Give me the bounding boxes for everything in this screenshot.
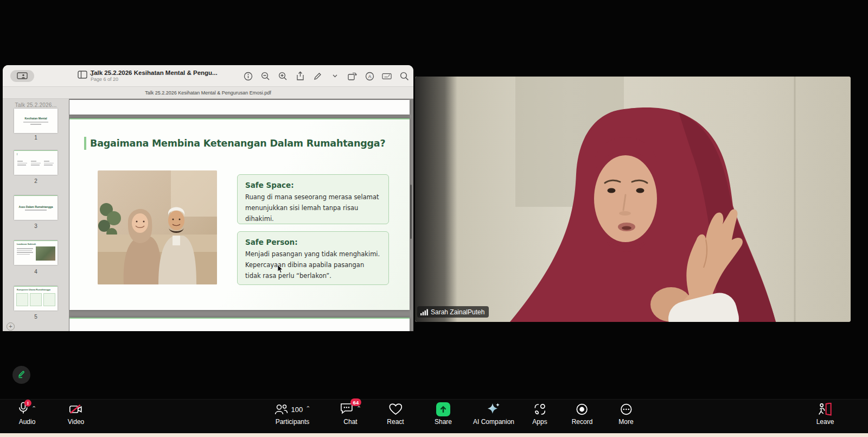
screen-bottom-strip [0,433,868,437]
audio-label: Audio [19,418,36,426]
more-button[interactable]: More [618,402,633,426]
audio-menu-caret[interactable]: ⌃ [31,405,36,412]
zoom-out-icon[interactable] [260,71,270,81]
document-title: Talk 25.2.2026 Kesihatan Mental & Pengu.… [91,69,218,77]
chat-label: Chat [343,418,357,426]
chevron-down-icon[interactable] [330,71,340,81]
page-thumbnail-1[interactable]: Kesihatan Mental [14,109,58,133]
thumbnail-sidebar: Talk 25.2.2026... Kesihatan Mental 1 | [3,99,69,331]
participant-name: Sarah ZainalPuteh [431,308,484,316]
safe-space-box: Safe Space: Ruang di mana seseorang mera… [237,174,389,224]
signal-bars-icon [420,309,428,315]
participant-name-tag: Sarah ZainalPuteh [417,306,489,318]
more-label: More [618,418,633,426]
thumb3-number: 3 [14,223,58,229]
pdf-scrollbar[interactable] [410,185,412,239]
thumb4-number: 4 [14,269,58,275]
rotate-icon[interactable] [347,71,357,81]
document-tab-name: Talk 25.2.2026 Kesihatan Mental & Pengur… [145,90,271,96]
thumb1-number: 1 [14,135,58,141]
leave-label: Leave [816,418,834,426]
page-thumbnail-4[interactable]: Landasan Sakinah [14,240,58,265]
screen-share-pill[interactable] [10,70,34,82]
thumb5-number: 5 [14,314,58,320]
camera-off-icon [68,403,84,416]
search-icon[interactable] [399,71,409,81]
highlight-a-icon[interactable]: A [365,71,374,81]
chat-menu-caret[interactable]: ⌃ [356,405,361,412]
couple-photo [98,170,217,284]
participants-count: 100 [291,406,303,414]
thumb5-title: Komponen Utama Rumahtangga [14,287,58,291]
svg-text:A: A [368,73,371,79]
zoom-in-icon[interactable] [278,71,288,81]
form-fill-icon[interactable] [382,71,392,81]
share-icon [436,402,450,416]
safe-space-title: Safe Space: [245,181,381,189]
slide-heading: Bagaimana Membina Ketenangan Dalam Rumah… [90,138,385,149]
participants-label: Participants [276,418,310,426]
apps-label: Apps [532,418,547,426]
page-5-bottom [69,100,410,115]
pencil-icon [17,370,26,379]
page-6: Bagaimana Membina Ketenangan Dalam Rumah… [69,118,410,310]
page-thumbnail-2[interactable]: | [14,150,58,175]
sidebar-doc-label: Talk 25.2.2026... [3,102,69,108]
leave-button[interactable]: Leave [816,402,834,426]
document-tab[interactable]: Talk 25.2.2026 Kesihatan Mental & Pengur… [3,87,413,99]
safe-space-body: Ruang di mana seseorang merasa selamat m… [245,192,381,224]
record-icon [576,403,589,416]
chevron-down-icon[interactable] [90,73,94,77]
share-export-icon[interactable] [295,71,305,81]
ai-companion-button[interactable]: AI Companion [473,402,514,426]
zoom-meeting-screen: Talk 25.2.2026 Kesihatan Mental & Pengu.… [0,0,868,437]
screen-share-icon [17,72,28,80]
page-7-top [69,318,410,331]
react-button[interactable]: React [387,402,404,426]
share-button[interactable]: Share [435,402,452,426]
add-page-button[interactable]: + [7,322,15,331]
audio-alert-badge: ! [24,400,31,407]
safe-person-body: Menjadi pasangan yang tidak menghakimi. … [245,249,381,281]
page-status: Page 6 of 20 [91,77,218,82]
meeting-toolbar: ! ⌃ Audio Video [0,399,868,433]
heart-icon [388,403,403,416]
preview-window: Talk 25.2.2026 Kesihatan Mental & Pengu.… [3,65,413,331]
video-button[interactable]: Video [68,402,84,426]
thumb2-number: 2 [14,178,58,184]
thumb4-photo [36,246,55,261]
apps-button[interactable]: Apps [532,402,547,426]
thumb1-title: Kesihatan Mental [24,117,47,120]
speaker-video-frame [415,77,851,322]
leave-icon [818,403,833,416]
preview-titlebar: Talk 25.2.2026 Kesihatan Mental & Pengu.… [3,65,413,87]
annotation-button[interactable] [12,366,30,384]
more-icon [620,403,633,416]
apps-icon [533,403,546,416]
thumb3-title: Asas Dalam Rumahtangga [18,205,53,208]
audio-button[interactable]: ! ⌃ Audio [18,402,36,426]
participants-button[interactable]: 100 ⌃ Participants [275,402,311,426]
markup-pencil-icon[interactable] [312,71,322,81]
ai-companion-icon [486,402,501,416]
chat-button[interactable]: 64 ⌃ Chat [340,402,361,426]
pdf-canvas: Bagaimana Membina Ketenangan Dalam Rumah… [69,99,413,331]
participants-menu-caret[interactable]: ⌃ [305,405,310,412]
page-thumbnail-5[interactable]: Komponen Utama Rumahtangga [14,286,58,311]
page-thumbnail-3[interactable]: Asas Dalam Rumahtangga [14,195,58,220]
document-titleblock: Talk 25.2.2026 Kesihatan Mental & Pengu.… [91,69,218,83]
mouse-cursor [277,265,283,276]
record-button[interactable]: Record [572,402,593,426]
ai-companion-label: AI Companion [473,418,514,426]
record-label: Record [572,418,593,426]
safe-person-title: Safe Person: [245,238,381,246]
safe-person-box: Safe Person: Menjadi pasangan yang tidak… [237,231,389,285]
heading-accent-bar [84,137,86,150]
thumb4-title: Landasan Sakinah [14,241,58,245]
video-label: Video [68,418,84,426]
sidebar-toggle-icon[interactable] [78,71,87,79]
info-icon[interactable] [243,71,253,81]
share-label: Share [435,418,452,426]
participants-icon [275,403,289,415]
speaker-video-tile[interactable]: Sarah ZainalPuteh [415,77,851,322]
